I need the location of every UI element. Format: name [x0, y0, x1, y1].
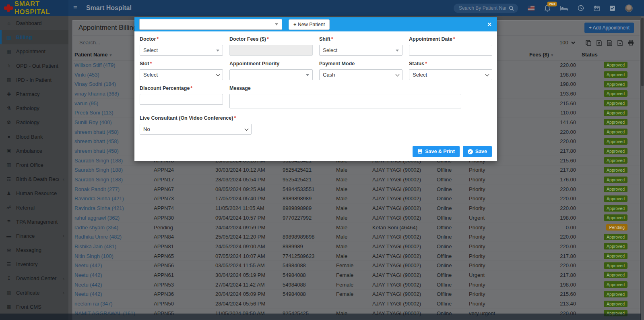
sidebar-item-finance[interactable]: ▬ Finance ‹: [0, 229, 68, 243]
new-patient-button[interactable]: + New Patient: [289, 19, 330, 30]
slot-select[interactable]: Select: [140, 69, 223, 80]
fees-cell: 220.00: [528, 232, 580, 242]
patient-name-link[interactable]: Neetu (442): [73, 261, 152, 270]
column-header[interactable]: Status▼: [580, 49, 640, 60]
table-row[interactable]: neelam rai (347) APPN50 28/04/2024 05:56…: [73, 299, 640, 309]
sidebar-item-opd-out-patient[interactable]: ⚕ OPD - Out Patient ‹: [0, 59, 68, 73]
whatsapp-icon[interactable]: [578, 5, 584, 11]
patient-name-link[interactable]: Neetu (442): [73, 280, 152, 289]
appointment-date-cell: 30/03/2024 10:12 AM: [214, 165, 281, 175]
table-row[interactable]: Neetu (442) APPN61 30/04/2024 05:19 PM 5…: [73, 270, 640, 280]
add-appointment-button[interactable]: + Add Appointment: [584, 23, 634, 33]
sidebar-item-human-resource[interactable]: ♟ Human Resource ‹: [0, 186, 68, 200]
excel-export-icon[interactable]: [597, 40, 602, 46]
table-row[interactable]: Ravindra Sinha (421) APPN73 17/05/2024 0…: [73, 194, 640, 204]
sidebar-item-radiology[interactable]: ☢ Radiology ‹: [0, 115, 68, 129]
sidebar-item-pathology[interactable]: ⚗ Pathology ‹: [0, 101, 68, 115]
search-icon[interactable]: [509, 5, 514, 12]
table-row[interactable]: Ravindra Sinha (421) APPN74 11/05/2024 1…: [73, 204, 640, 213]
print-icon[interactable]: [628, 40, 634, 46]
doctor-select[interactable]: Select: [140, 45, 223, 56]
app-logo[interactable]: SMART HOSPITAL: [0, 0, 68, 16]
appointment-no-cell: APPN84: [152, 232, 214, 242]
table-search-input[interactable]: [78, 38, 139, 47]
patient-name-link[interactable]: radhe shyam (354): [73, 222, 152, 232]
sidebar-item-appointment[interactable]: ▦ Appointment ‹: [0, 44, 68, 58]
csv-export-icon[interactable]: [607, 40, 612, 46]
slot-label: Slot: [140, 61, 149, 66]
table-row[interactable]: Neetu (442) APPN56 03/05/2024 11:55 AM 5…: [73, 261, 640, 270]
language-flag-icon[interactable]: [528, 6, 535, 10]
pdf-export-icon[interactable]: [617, 40, 623, 46]
copy-icon[interactable]: [586, 40, 591, 46]
table-row[interactable]: Saurabh Singh (188) APPN17 28/03/2024 05…: [73, 175, 640, 185]
patient-name-link[interactable]: Neetu (442): [73, 270, 152, 280]
patient-name-link[interactable]: Rishika Jain (481): [73, 242, 152, 251]
patient-select-dropdown[interactable]: [139, 19, 282, 30]
patient-name-link[interactable]: Ronak Pandit (277): [73, 184, 152, 194]
sidebar-item-referral[interactable]: ☍ Referral ‹: [0, 200, 68, 214]
patient-name-link[interactable]: neelam rai (347): [73, 299, 152, 309]
hamburger-menu-icon[interactable]: ≡: [73, 4, 77, 12]
notifications-bell-icon[interactable]: 263: [544, 5, 551, 12]
sidebar-item-inventory[interactable]: ☰ Inventory ‹: [0, 257, 68, 271]
sidebar-item-dashboard[interactable]: ⌂ Dashboard ‹: [0, 16, 68, 30]
table-row[interactable]: Ronak Pandit (277) APPN67 08/05/2024 09:…: [73, 184, 640, 194]
calendar-icon[interactable]: [594, 5, 600, 11]
sidebar-item-birth-death-record[interactable]: ☶ Birth & Death Record ‹: [0, 172, 68, 186]
table-row[interactable]: Neetu (442) APPN53 27/04/2024 11:42 AM 5…: [73, 280, 640, 289]
bed-availability-icon[interactable]: [560, 6, 568, 11]
sidebar-item-label: Human Resource: [16, 190, 59, 196]
gender-cell: Male: [334, 204, 371, 213]
table-row[interactable]: rahul aggrawl (362) APPN30 09/04/2024 10…: [73, 213, 640, 223]
page-size-select[interactable]: 100: [557, 38, 576, 47]
column-header[interactable]: Fees ($)▼: [528, 49, 580, 60]
table-row[interactable]: Rishika Jain (481) APPN81 24/05/2024 09:…: [73, 242, 640, 251]
table-row[interactable]: Radhika Umre (482) APPN84 25/05/2024 12:…: [73, 232, 640, 242]
message-textarea[interactable]: [229, 94, 461, 108]
patient-name-link[interactable]: Saurabh Singh (188): [73, 165, 152, 175]
sidebar-item-tpa-management[interactable]: ☂ TPA Management ‹: [0, 215, 68, 229]
sidebar-item-pharmacy[interactable]: ✚ Pharmacy ‹: [0, 87, 68, 101]
user-avatar[interactable]: [625, 4, 633, 12]
close-icon[interactable]: ×: [487, 21, 491, 28]
payment-mode-select[interactable]: Cash: [319, 69, 402, 80]
discount-input[interactable]: [140, 94, 223, 105]
fees-cell: 220.00: [528, 60, 580, 70]
table-row[interactable]: Saurabh Singh (188) APPN24 30/03/2024 10…: [73, 165, 640, 175]
status-select[interactable]: Select: [409, 69, 492, 80]
shift-select[interactable]: Select: [319, 45, 402, 56]
patient-name-link[interactable]: Nitin Singh (100): [73, 251, 152, 261]
scrollbar-thumb[interactable]: [641, 18, 644, 86]
live-consultant-cell: Offline: [435, 213, 467, 223]
patient-name-link[interactable]: Saurabh Singh (188): [73, 175, 152, 185]
discount-label: Discount Percentage: [140, 85, 190, 91]
table-row[interactable]: radhe shyam (354) Pending 24/04/2024 09:…: [73, 222, 640, 232]
sidebar-item-billing[interactable]: ▤ Billing ‹: [0, 30, 68, 44]
sidebar-item-ipd-in-patient[interactable]: ▧ IPD - In Patient ‹: [0, 73, 68, 87]
table-row[interactable]: Neetu (442) APPN36 20/04/2024 05:09 PM 5…: [73, 289, 640, 299]
patient-name-link[interactable]: rahul aggrawl (362): [73, 213, 152, 223]
patient-name-link[interactable]: Ravindra Sinha (421): [73, 204, 152, 213]
vertical-scrollbar[interactable]: [641, 16, 644, 320]
sidebar-item-download-center[interactable]: ↧ Download Center ‹: [0, 271, 68, 285]
appointment-priority-select[interactable]: [229, 69, 313, 80]
sidebar-item-front-office[interactable]: ▥ Front Office ‹: [0, 158, 68, 172]
sidebar-item-certificate[interactable]: ▨ Certificate ‹: [0, 286, 68, 300]
sidebar-item-blood-bank[interactable]: ● Blood Bank ‹: [0, 130, 68, 144]
table-row[interactable]: Nitin Singh (100) APPN65 07/05/2024 10:0…: [73, 251, 640, 261]
patient-name-link[interactable]: Neetu (442): [73, 289, 152, 299]
sidebar-item-messaging[interactable]: ✉ Messaging ‹: [0, 243, 68, 257]
live-consultant-select[interactable]: No: [140, 124, 252, 135]
patient-name-link[interactable]: Ravindra Sinha (421): [73, 194, 152, 204]
patient-search-input[interactable]: [454, 4, 518, 13]
sidebar-item-front-cms[interactable]: ▩ Front CMS ‹: [0, 300, 68, 314]
save-button[interactable]: ✓ Save: [463, 146, 492, 157]
save-and-print-button[interactable]: Save & Print: [413, 146, 460, 157]
fees-cell: 220.00: [528, 127, 580, 137]
sort-arrow-icon: ▼: [109, 53, 112, 57]
sidebar-item-ambulance[interactable]: ▣ Ambulance ‹: [0, 144, 68, 158]
tasks-check-icon[interactable]: [609, 5, 615, 11]
appointment-date-input[interactable]: [409, 45, 492, 56]
patient-name-link[interactable]: Radhika Umre (482): [73, 232, 152, 242]
